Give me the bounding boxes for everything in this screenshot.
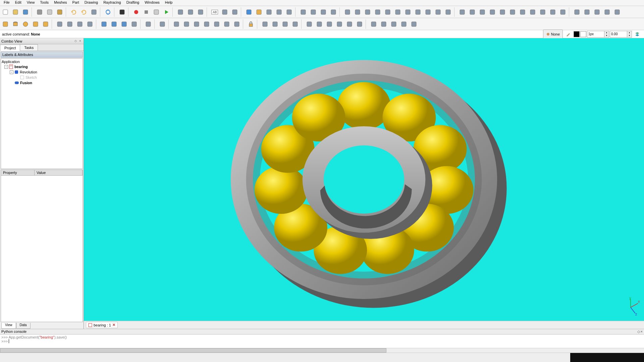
toolbtn-export[interactable] xyxy=(158,19,167,29)
model-tree[interactable]: Application - bearing - Revolution Sketc… xyxy=(1,58,83,169)
toolbtn-loft[interactable] xyxy=(65,19,74,29)
linewidth-field[interactable]: 1px xyxy=(587,31,604,38)
toolbtn-n6[interactable] xyxy=(355,19,364,29)
python-console[interactable]: >>> App.getDocument("bearing").save() >>… xyxy=(0,335,644,348)
menu-drawing[interactable]: Drawing xyxy=(82,0,101,6)
tree-item-bearing[interactable]: - bearing xyxy=(2,64,82,69)
toolbtn-redo[interactable] xyxy=(79,7,89,17)
toolbtn-box[interactable] xyxy=(1,19,10,29)
tree-item-sketch[interactable]: Sketch xyxy=(2,75,82,80)
toolbtn-m1[interactable] xyxy=(260,19,270,29)
menu-file[interactable]: File xyxy=(1,0,12,6)
toolbtn-p5[interactable] xyxy=(409,19,419,29)
toolbtn-m4[interactable] xyxy=(290,19,300,29)
toolbtn-pline[interactable] xyxy=(363,7,372,17)
toolbtn-align[interactable] xyxy=(508,7,517,17)
toolbtn-text[interactable] xyxy=(433,7,443,17)
toolbtn-right[interactable] xyxy=(329,7,338,17)
toolbtn-offset[interactable] xyxy=(498,7,507,17)
toolbtn-print[interactable] xyxy=(230,7,239,17)
menu-windows[interactable]: Windows xyxy=(142,0,162,6)
menu-tools[interactable]: Tools xyxy=(37,0,51,6)
combo-close-icon[interactable]: × xyxy=(78,39,82,43)
toolbtn-union[interactable] xyxy=(99,19,109,29)
toolbtn-save[interactable] xyxy=(21,7,30,17)
prop-col-property[interactable]: Property xyxy=(1,170,35,175)
combo-undock-icon[interactable]: ◇ xyxy=(73,39,77,43)
doc-tab-bearing[interactable]: bearing : 1 ✕ xyxy=(86,322,118,328)
toolbtn-show[interactable] xyxy=(612,7,622,17)
python-hscroll[interactable] xyxy=(0,348,644,353)
toolbtn-cut2[interactable] xyxy=(488,7,497,17)
toolbtn-move[interactable] xyxy=(458,7,467,17)
toolbtn-n2[interactable] xyxy=(315,19,324,29)
toolbtn-arr-u[interactable] xyxy=(538,7,547,17)
toolbtn-iso[interactable] xyxy=(254,7,264,17)
menu-part[interactable]: Part xyxy=(70,0,82,6)
toolbtn-wire[interactable] xyxy=(572,7,582,17)
tab-view[interactable]: View xyxy=(1,323,16,329)
toolbtn-sketch2[interactable] xyxy=(144,19,153,29)
toolbtn-sel3[interactable] xyxy=(196,7,205,17)
toolbtn-arr-d[interactable] xyxy=(548,7,557,17)
scrollbar-thumb[interactable] xyxy=(0,348,386,353)
toolbtn-sel2[interactable] xyxy=(186,7,195,17)
toolbtn-n5[interactable] xyxy=(345,19,354,29)
toolbtn-m3[interactable] xyxy=(280,19,290,29)
toolbtn-cut[interactable] xyxy=(35,7,44,17)
toolbtn-a3[interactable]: A3 xyxy=(210,7,219,17)
toolbtn-sel1[interactable] xyxy=(176,7,185,17)
toolbtn-solid[interactable] xyxy=(582,7,592,17)
toolbtn-open[interactable] xyxy=(11,7,20,17)
menu-drafting[interactable]: Drafting xyxy=(124,0,142,6)
toolbtn-p3[interactable] xyxy=(389,19,398,29)
toolbtn-drop[interactable] xyxy=(89,7,99,17)
menu-help[interactable]: Help xyxy=(162,0,175,6)
toolbtn-line[interactable] xyxy=(343,7,352,17)
toolbtn-snap1[interactable] xyxy=(172,19,181,29)
fillcolor-swatch[interactable] xyxy=(580,31,586,37)
menu-meshes[interactable]: Meshes xyxy=(51,0,70,6)
toolbtn-sphere[interactable] xyxy=(21,19,30,29)
toolbtn-n4[interactable] xyxy=(335,19,344,29)
menu-raytracing[interactable]: Raytracing xyxy=(101,0,124,6)
toolbtn-shape[interactable] xyxy=(393,7,402,17)
toolbtn-rev[interactable] xyxy=(85,19,95,29)
value-field[interactable]: 0.00 xyxy=(610,31,627,38)
pen-button[interactable] xyxy=(564,29,573,39)
menu-view[interactable]: View xyxy=(24,0,38,6)
toolbtn-record[interactable] xyxy=(131,7,141,17)
toolbtn-front[interactable] xyxy=(274,7,284,17)
toolbtn-new[interactable] xyxy=(1,7,10,17)
close-icon[interactable]: ✕ xyxy=(112,323,115,327)
expander-icon[interactable]: - xyxy=(4,65,8,69)
toolbtn-snap5[interactable] xyxy=(212,19,221,29)
toolbtn-paste[interactable] xyxy=(55,7,64,17)
toolbtn-snap4[interactable] xyxy=(202,19,211,29)
toolbtn-grid[interactable] xyxy=(558,7,568,17)
prop-col-value[interactable]: Value xyxy=(35,170,83,175)
toolbtn-zoom-fit[interactable] xyxy=(244,7,254,17)
tab-data[interactable]: Data xyxy=(16,323,31,329)
toolbtn-diff[interactable] xyxy=(109,19,119,29)
linewidth-stepper[interactable]: ▲▼ xyxy=(604,31,609,38)
toolbtn-n3[interactable] xyxy=(325,19,334,29)
toolbtn-cyl[interactable] xyxy=(11,19,20,29)
toolbtn-left[interactable] xyxy=(319,7,328,17)
expander-icon[interactable]: - xyxy=(10,70,13,74)
toolbtn-whatsthis[interactable] xyxy=(117,7,127,17)
toolbtn-page[interactable] xyxy=(220,7,229,17)
toolbtn-sweep[interactable] xyxy=(75,19,85,29)
py-undock-icon[interactable]: ◇ xyxy=(637,329,640,334)
toolbtn-rect[interactable] xyxy=(383,7,392,17)
tab-tasks[interactable]: Tasks xyxy=(20,44,38,51)
toolbtn-p1[interactable] xyxy=(369,19,378,29)
py-close-icon[interactable]: × xyxy=(641,329,643,334)
toolbtn-p4[interactable] xyxy=(399,19,409,29)
tree-item-revolution[interactable]: - Revolution xyxy=(2,69,82,75)
toolbtn-torus[interactable] xyxy=(41,19,50,29)
toolbtn-snap7[interactable] xyxy=(232,19,241,29)
toolbtn-mir2[interactable] xyxy=(478,7,487,17)
toolbtn-lock[interactable] xyxy=(246,19,256,29)
toolbtn-refresh[interactable] xyxy=(103,7,113,17)
